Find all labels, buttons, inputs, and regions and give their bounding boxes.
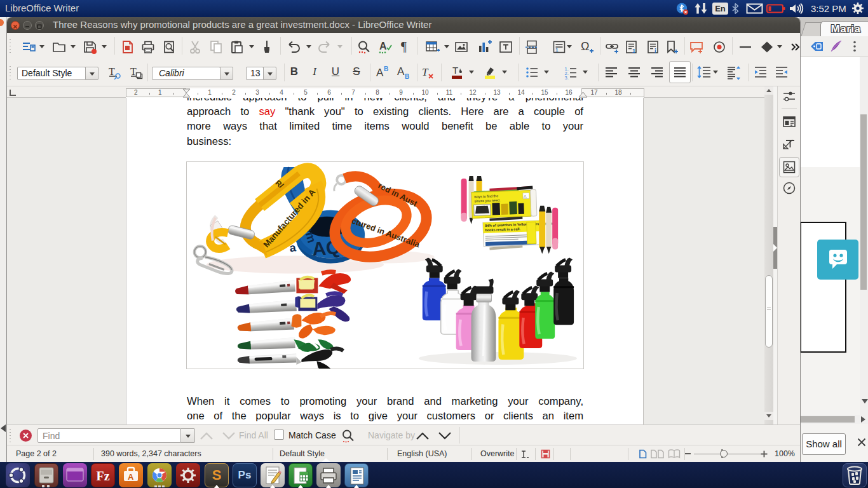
svg-text:T: T <box>130 66 137 77</box>
svg-text:3.: 3. <box>565 75 569 81</box>
svg-text:¶: ¶ <box>401 39 407 53</box>
svg-text:Ω: Ω <box>581 40 589 53</box>
svg-text:i: i <box>654 48 656 55</box>
svg-text:1: 1 <box>632 48 635 54</box>
svg-text:A: A <box>128 472 134 482</box>
svg-text:△: △ <box>524 194 527 198</box>
svg-text:T: T <box>452 65 458 76</box>
svg-text:A: A <box>379 41 387 51</box>
svg-text:1: 1 <box>555 47 559 53</box>
svg-text:T: T <box>422 66 429 78</box>
svg-text:B: B <box>384 65 388 72</box>
svg-text:A: A <box>397 65 405 78</box>
svg-text:T: T <box>109 66 115 77</box>
svg-text:A: A <box>376 67 384 79</box>
svg-text:B: B <box>405 73 409 80</box>
